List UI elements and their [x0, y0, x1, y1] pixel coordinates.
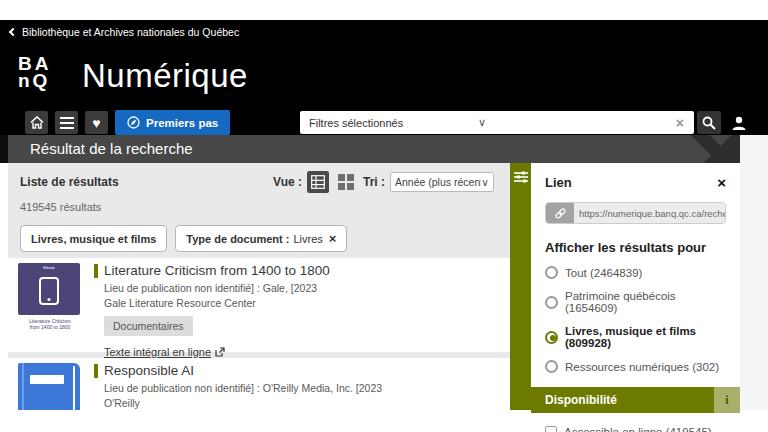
filters-selected-dropdown[interactable]: Filtres sélectionnés ∨ × — [300, 111, 694, 134]
radio-icon — [545, 266, 558, 279]
premiers-pas-label: Premiers pas — [146, 117, 218, 129]
link-chain-icon — [546, 203, 574, 223]
result-title[interactable]: Literature Criticism from 1400 to 1800 — [104, 263, 330, 278]
brand-header: BA nQ Numérique — [0, 43, 768, 110]
menu-button[interactable] — [55, 111, 78, 134]
result-item: Responsible AI Lieu de publication non i… — [8, 358, 510, 410]
result-title[interactable]: Responsible AI — [104, 363, 194, 378]
result-tag: Documentaires — [104, 316, 193, 336]
result-source: O'Reilly — [104, 397, 500, 409]
chip-prefix: Type de document : — [186, 233, 289, 245]
facet-rail — [510, 163, 531, 410]
accent-bar — [94, 364, 98, 378]
filter-sliders-icon[interactable] — [514, 171, 528, 183]
sort-dropdown[interactable]: Année (plus récente ∨ — [390, 172, 494, 192]
sort-value: Année (plus récente — [395, 176, 481, 188]
results-count: 419545 résultats — [20, 201, 498, 213]
banq-logo[interactable]: BA nQ — [18, 55, 51, 89]
favorites-button[interactable]: ♥ — [85, 111, 108, 134]
tablet-icon — [39, 277, 59, 305]
result-thumbnail[interactable] — [18, 363, 82, 405]
close-icon[interactable]: × — [717, 175, 726, 190]
account-button[interactable] — [727, 111, 751, 134]
result-source: Gale Literature Resource Center — [104, 297, 500, 309]
chip-value: Livres — [293, 233, 322, 245]
radio-tout[interactable]: Tout (2464839) — [545, 266, 726, 279]
active-filter-chips: Livres, musique et films Type de documen… — [20, 225, 498, 252]
person-icon — [731, 115, 747, 131]
right-gutter — [740, 135, 768, 410]
heart-icon: ♥ — [92, 115, 100, 131]
sort-label: Tri : — [363, 175, 385, 189]
radio-selected-icon — [545, 331, 558, 344]
availability-header[interactable]: Disponibilité i — [531, 387, 740, 413]
book-page-edge — [73, 366, 75, 410]
back-chevron-icon — [9, 27, 17, 35]
home-icon — [30, 116, 44, 129]
chevron-down-icon: ∨ — [481, 176, 489, 188]
accessible-online-checkbox[interactable]: Accessible en ligne (419545) — [545, 426, 726, 432]
share-url-value: https://numerique.banq.qc.ca/rechercheEx — [574, 203, 725, 223]
content-area: Liste de résultats Vue : Tri : — [0, 163, 740, 410]
list-view-icon — [311, 175, 325, 189]
external-link-icon — [215, 347, 225, 357]
result-body: Literature Criticism from 1400 to 1800 L… — [94, 263, 500, 347]
premiers-pas-button[interactable]: Premiers pas — [115, 110, 230, 135]
results-header: Liste de résultats Vue : Tri : — [8, 163, 510, 213]
home-button[interactable] — [25, 111, 48, 134]
search-button[interactable] — [697, 111, 721, 134]
results-list-label: Liste de résultats — [20, 175, 119, 189]
page-title-ribbon: Résultat de la recherche — [0, 135, 768, 163]
result-body: Responsible AI Lieu de publication non i… — [94, 363, 500, 405]
search-icon — [702, 116, 716, 130]
result-publication: Lieu de publication non identifié] : O'R… — [104, 382, 500, 394]
checkbox-icon — [545, 426, 557, 432]
results-column: Liste de résultats Vue : Tri : — [8, 163, 510, 410]
hamburger-icon — [60, 117, 74, 129]
share-url-field[interactable]: https://numerique.banq.qc.ca/rechercheEx — [545, 202, 726, 224]
compass-icon — [127, 116, 140, 129]
ebook-cover: Ebook — [18, 263, 80, 315]
radio-icon — [545, 296, 558, 309]
view-list-button[interactable] — [307, 171, 329, 193]
book-title-band — [30, 375, 64, 384]
chip-label: Livres, musique et films — [31, 233, 156, 245]
availability-title: Disponibilité — [531, 393, 714, 407]
facet-panel: Lien × https://numerique.banq.qc.ca/rech… — [531, 163, 740, 410]
filters-selected-value: Filtres sélectionnés — [309, 117, 403, 129]
top-back-bar: Bibliothèque et Archives nationales du Q… — [0, 20, 768, 43]
accent-bar — [94, 264, 98, 278]
ribbon-fold-decoration — [688, 135, 740, 163]
logo-line-bottom: nQ — [18, 72, 51, 89]
full-text-link[interactable]: Texte intégral en ligne — [104, 346, 500, 358]
back-link[interactable]: Bibliothèque et Archives nationales du Q… — [10, 26, 239, 38]
browser-viewport: Bibliothèque et Archives nationales du Q… — [0, 0, 768, 432]
chevron-down-icon: ∨ — [478, 116, 486, 129]
show-results-for-title: Afficher les résultats pour — [545, 240, 726, 255]
full-text-link-label: Texte intégral en ligne — [104, 346, 211, 358]
radio-ressources-numeriques[interactable]: Ressources numériques (302) — [545, 360, 726, 373]
radio-livres-musique-films[interactable]: Livres, musique et films (809928) — [545, 325, 726, 349]
result-item: Ebook Literature Criticism from 1400 to … — [8, 258, 510, 352]
remove-chip-icon[interactable]: × — [329, 231, 337, 246]
grid-view-icon — [338, 174, 354, 190]
view-grid-button[interactable] — [335, 171, 357, 193]
result-publication: Lieu de publication non identifié] : Gal… — [104, 282, 500, 294]
clear-search-icon[interactable]: × — [676, 115, 684, 131]
main-navbar: ♥ Premiers pas Filtres sélectionnés ∨ × — [0, 110, 768, 135]
app-title: Numérique — [82, 57, 248, 95]
result-thumbnail[interactable]: Ebook Literature Criticism from 1400 to … — [18, 263, 82, 347]
cover-caption: Literature Criticism from 1400 to 1800 — [18, 318, 82, 330]
page-title: Résultat de la recherche — [8, 135, 740, 163]
cover-badge: Ebook — [18, 265, 80, 270]
back-link-label: Bibliothèque et Archives nationales du Q… — [22, 26, 239, 38]
chip-type-document[interactable]: Type de document : Livres × — [175, 225, 347, 252]
book-spine — [22, 363, 24, 410]
info-icon[interactable]: i — [714, 387, 740, 413]
link-section-title: Lien — [545, 175, 572, 190]
view-label: Vue : — [273, 175, 302, 189]
radio-icon — [545, 360, 558, 373]
radio-patrimoine[interactable]: Patrimoine québécois (1654609) — [545, 290, 726, 314]
chip-livres-musique-films[interactable]: Livres, musique et films — [20, 225, 167, 252]
ribbon-left-edge — [0, 135, 8, 163]
